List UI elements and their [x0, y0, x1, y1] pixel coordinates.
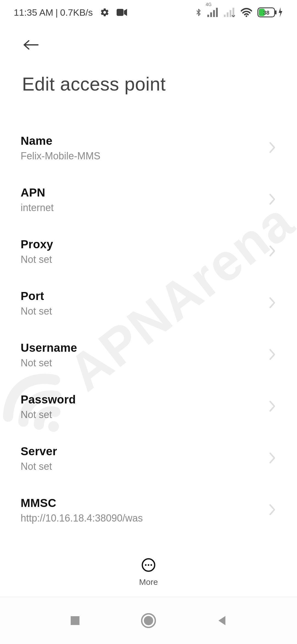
status-separator: | — [56, 7, 58, 18]
field-label: MMSC — [21, 496, 260, 510]
svg-rect-11 — [275, 10, 276, 14]
chevron-right-icon — [268, 193, 276, 207]
status-time: 11:35 AM — [14, 7, 53, 18]
field-label: Password — [21, 393, 260, 406]
apn-fields-list: NameFelix-Mobile-MMSAPNinternetProxyNot … — [0, 122, 297, 588]
chevron-right-icon — [268, 296, 276, 310]
field-value: Felix-Mobile-MMS — [21, 150, 260, 162]
svg-rect-3 — [213, 10, 215, 17]
chevron-right-icon — [268, 245, 276, 258]
svg-rect-7 — [230, 10, 231, 17]
bluetooth-icon — [195, 7, 202, 18]
app-header: Edit access point — [0, 25, 297, 95]
status-net-speed: 0.7KB/s — [60, 7, 93, 18]
chevron-right-icon — [268, 503, 276, 517]
back-button[interactable] — [22, 36, 40, 54]
field-value: http://10.16.18.4:38090/was — [21, 512, 260, 524]
gear-icon — [100, 8, 109, 17]
camera-icon — [117, 8, 127, 17]
svg-point-18 — [150, 564, 152, 566]
field-label: Port — [21, 290, 260, 303]
apn-field-server[interactable]: ServerNot set — [21, 433, 276, 484]
apn-field-port[interactable]: PortNot set — [21, 277, 276, 329]
apn-field-username[interactable]: UsernameNot set — [21, 329, 276, 381]
svg-point-21 — [144, 616, 153, 625]
wifi-icon — [240, 7, 252, 17]
more-button[interactable]: More — [139, 558, 158, 587]
bottom-action-bar: More — [0, 548, 297, 597]
svg-rect-2 — [210, 12, 212, 17]
more-label: More — [139, 577, 158, 587]
field-label: Username — [21, 341, 260, 354]
system-nav-bar — [0, 597, 297, 644]
field-label: APN — [21, 186, 260, 199]
svg-rect-4 — [216, 8, 218, 17]
network-label: 4G — [206, 2, 211, 7]
svg-point-9 — [246, 15, 247, 17]
apn-field-apn[interactable]: APNinternet — [21, 174, 276, 226]
field-label: Server — [21, 445, 260, 458]
apn-field-mmsc[interactable]: MMSChttp://10.16.18.4:38090/was — [21, 484, 276, 536]
recents-button[interactable] — [65, 611, 85, 630]
svg-point-16 — [145, 564, 147, 566]
chevron-right-icon — [268, 348, 276, 362]
status-bar: 11:35 AM | 0.7KB/s 4G 38 — [0, 0, 297, 25]
signal-4g-icon: 4G — [207, 8, 219, 17]
back-nav-button[interactable] — [212, 611, 232, 630]
field-value: Not set — [21, 409, 260, 421]
chevron-right-icon — [268, 400, 276, 414]
apn-field-password[interactable]: PasswordNot set — [21, 381, 276, 433]
svg-point-17 — [148, 564, 149, 566]
battery-pct-label: 38 — [263, 10, 269, 16]
svg-rect-6 — [227, 12, 229, 17]
chevron-right-icon — [268, 452, 276, 465]
battery-icon: 38 — [257, 7, 283, 17]
apn-field-name[interactable]: NameFelix-Mobile-MMS — [21, 122, 276, 174]
field-value: Not set — [21, 461, 260, 472]
field-value: Not set — [21, 305, 260, 317]
svg-rect-5 — [224, 15, 226, 17]
field-value: Not set — [21, 357, 260, 369]
apn-field-proxy[interactable]: ProxyNot set — [21, 226, 276, 277]
svg-rect-1 — [207, 15, 209, 17]
field-label: Name — [21, 134, 260, 148]
chevron-right-icon — [268, 141, 276, 155]
field-label: Proxy — [21, 238, 260, 251]
home-button[interactable] — [139, 611, 158, 630]
svg-rect-19 — [71, 616, 79, 625]
svg-rect-0 — [117, 9, 123, 16]
more-icon — [141, 558, 156, 574]
field-value: internet — [21, 202, 260, 214]
signal-nosim-icon — [224, 8, 235, 17]
field-value: Not set — [21, 254, 260, 265]
page-title: Edit access point — [19, 73, 278, 95]
